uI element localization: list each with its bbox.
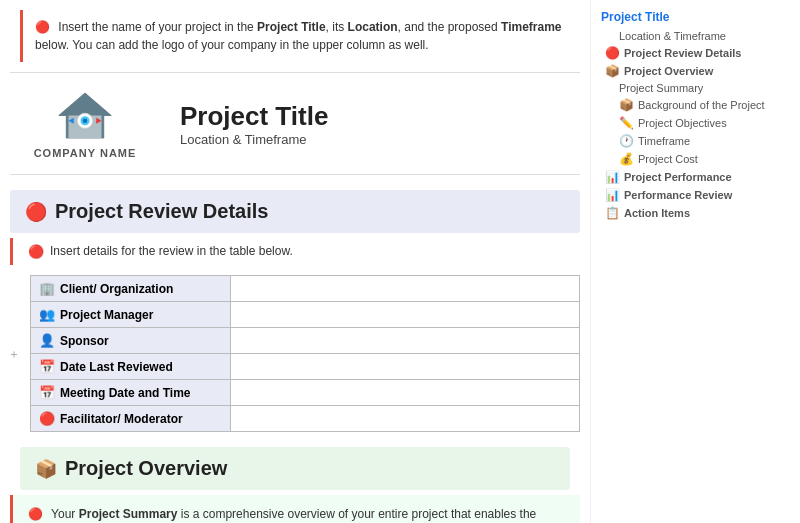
table-cell-label: 👥Project Manager: [31, 302, 231, 328]
review-sub-instruction: 🔴 Insert details for the review in the t…: [10, 238, 580, 265]
sidebar-item-background[interactable]: 📦 Background of the Project: [601, 96, 770, 114]
project-title-main: Project Title: [180, 101, 328, 132]
sidebar-item-label: Location & Timeframe: [619, 30, 726, 42]
sidebar-item-performance-review[interactable]: 📊 Performance Review: [601, 186, 770, 204]
sidebar-item-location-timeframe[interactable]: Location & Timeframe: [601, 28, 770, 44]
table-cell-label: 📅Date Last Reviewed: [31, 354, 231, 380]
sidebar-item-label: Project Performance: [624, 171, 732, 183]
project-review-header: 🔴 Project Review Details: [10, 190, 580, 233]
sidebar-item-action-items[interactable]: 📋 Action Items: [601, 204, 770, 222]
sidebar-timeframe-icon: 🕐: [619, 134, 634, 148]
table-cell-value[interactable]: [231, 380, 580, 406]
sidebar-title-link[interactable]: Project Title: [601, 10, 770, 24]
details-table: 🏢Client/ Organization 👥Project Manager 👤…: [30, 275, 580, 432]
table-cell-value[interactable]: [231, 276, 580, 302]
sub-instruction-text: Insert details for the review in the tab…: [50, 244, 293, 258]
sidebar-item-label: Project Summary: [619, 82, 703, 94]
table-row: 📅Meeting Date and Time: [31, 380, 580, 406]
table-cell-value[interactable]: [231, 406, 580, 432]
sidebar-item-label: Timeframe: [638, 135, 690, 147]
sidebar-item-label: Action Items: [624, 207, 690, 219]
table-wrapper: ＋ 🏢Client/ Organization 👥Project Manager…: [30, 275, 580, 432]
sidebar-item-performance[interactable]: 📊 Project Performance: [601, 168, 770, 186]
sidebar-item-label: Project Objectives: [638, 117, 727, 129]
sidebar-perf-review-icon: 📊: [605, 188, 620, 202]
sidebar-performance-icon: 📊: [605, 170, 620, 184]
table-cell-label: 🔴Facilitator/ Moderator: [31, 406, 231, 432]
company-logo-icon: [55, 88, 115, 143]
sidebar-item-label: Background of the Project: [638, 99, 765, 111]
meeting-date-icon: 📅: [39, 385, 55, 400]
overview-section: 📦 Project Overview 🔴 Your Project Summar…: [10, 447, 580, 523]
sidebar-background-icon: 📦: [619, 98, 634, 112]
sidebar-review-icon: 🔴: [605, 46, 620, 60]
manager-icon: 👥: [39, 307, 55, 322]
table-cell-label: 👤Sponsor: [31, 328, 231, 354]
main-content: 🔴 Insert the name of your project in the…: [0, 0, 590, 523]
sidebar-cost-icon: 💰: [619, 152, 634, 166]
review-section-icon: 🔴: [25, 201, 47, 223]
sidebar-item-label: Project Review Details: [624, 47, 741, 59]
sidebar-item-overview[interactable]: 📦 Project Overview: [601, 62, 770, 80]
review-section-title: Project Review Details: [55, 200, 268, 223]
overview-header: 📦 Project Overview: [20, 447, 570, 490]
sidebar-item-objectives[interactable]: ✏️ Project Objectives: [601, 114, 770, 132]
company-name: COMPANY NAME: [34, 147, 137, 159]
location-timeframe-label: Location & Timeframe: [180, 132, 328, 147]
sidebar-item-timeframe[interactable]: 🕐 Timeframe: [601, 132, 770, 150]
table-row: 🔴Facilitator/ Moderator: [31, 406, 580, 432]
table-cell-value[interactable]: [231, 328, 580, 354]
sidebar-item-review-details[interactable]: 🔴 Project Review Details: [601, 44, 770, 62]
sidebar-item-summary[interactable]: Project Summary: [601, 80, 770, 96]
sidebar-item-label: Performance Review: [624, 189, 732, 201]
add-row-icon[interactable]: ＋: [8, 345, 20, 362]
table-row: 🏢Client/ Organization: [31, 276, 580, 302]
overview-section-icon: 📦: [35, 458, 57, 480]
sidebar-objectives-icon: ✏️: [619, 116, 634, 130]
overview-section-title: Project Overview: [65, 457, 227, 480]
client-icon: 🏢: [39, 281, 55, 296]
instruction-banner: 🔴 Insert the name of your project in the…: [20, 10, 580, 62]
table-row: 👤Sponsor: [31, 328, 580, 354]
instruction-icon: 🔴: [35, 20, 50, 34]
table-row: 👥Project Manager: [31, 302, 580, 328]
table-cell-value[interactable]: [231, 354, 580, 380]
facilitator-icon: 🔴: [39, 411, 55, 426]
logo-area: COMPANY NAME: [30, 88, 140, 159]
table-cell-label: 📅Meeting Date and Time: [31, 380, 231, 406]
sidebar-overview-icon: 📦: [605, 64, 620, 78]
table-cell-label: 🏢Client/ Organization: [31, 276, 231, 302]
svg-point-4: [83, 119, 88, 124]
overview-body-icon: 🔴: [28, 507, 43, 521]
table-row: 📅Date Last Reviewed: [31, 354, 580, 380]
sidebar: Project Title Location & Timeframe 🔴 Pro…: [590, 0, 780, 523]
date-reviewed-icon: 📅: [39, 359, 55, 374]
table-cell-value[interactable]: [231, 302, 580, 328]
sub-instruction-icon: 🔴: [28, 244, 44, 259]
sidebar-item-label: Project Overview: [624, 65, 713, 77]
sponsor-icon: 👤: [39, 333, 55, 348]
sidebar-item-label: Project Cost: [638, 153, 698, 165]
sidebar-item-cost[interactable]: 💰 Project Cost: [601, 150, 770, 168]
header-section: COMPANY NAME Project Title Location & Ti…: [10, 72, 580, 175]
overview-body: 🔴 Your Project Summary is a comprehensiv…: [10, 495, 580, 523]
title-area: Project Title Location & Timeframe: [180, 101, 328, 147]
sidebar-action-icon: 📋: [605, 206, 620, 220]
